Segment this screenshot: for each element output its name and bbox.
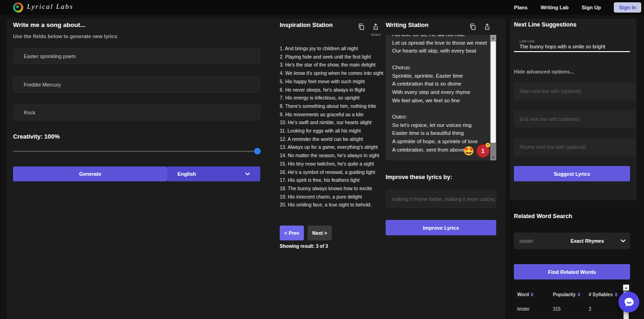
star-struck-emoji-icon[interactable]: 🤩 bbox=[463, 146, 474, 157]
chevron-down-icon bbox=[245, 173, 250, 176]
lyrics-line: Our hearts will skip, with every beat bbox=[392, 47, 496, 55]
improve-lyrics-button[interactable]: Improve Lyrics bbox=[386, 220, 496, 235]
lyrics-editor[interactable]: His love for us, He did not hideLet us s… bbox=[386, 35, 496, 160]
chat-bubble-icon[interactable] bbox=[618, 292, 639, 312]
rhyme-next-line-input[interactable] bbox=[514, 138, 636, 155]
lyrical-labs-app: Lyrical Labs Plans Writing Lab Sign Up S… bbox=[0, 0, 644, 319]
lyrics-line: Let us spread the love to those we meet bbox=[392, 39, 496, 47]
inspiration-line[interactable]: 1. And brings joy to children all night bbox=[280, 45, 384, 53]
inspiration-line[interactable]: 20. His smiling face, a true sight to be… bbox=[280, 201, 384, 209]
lyrics-line: A celebration that is so divine bbox=[392, 80, 496, 88]
top-bar: Lyrical Labs Plans Writing Lab Sign Up S… bbox=[0, 0, 644, 15]
showing-result-label: Showing result: 3 of 3 bbox=[280, 244, 328, 249]
lyrics-line: Sprinkle, sprinkle, Easter time bbox=[392, 72, 496, 80]
inspiration-line[interactable]: 18. The bunny always knows how to excite bbox=[280, 185, 384, 193]
inspiration-line[interactable]: 15. His tiny nose twitches, he's quite a… bbox=[280, 160, 384, 168]
lyrics-line: His love for us, He did not hide bbox=[392, 35, 496, 39]
rhyme-mode-select[interactable]: Exact Rhymes bbox=[571, 238, 621, 244]
copy-icon[interactable] bbox=[358, 23, 365, 31]
scroll-down-icon[interactable]: ▼ bbox=[490, 154, 496, 160]
inspiration-line[interactable]: 2. Playing hide and seek until the first… bbox=[280, 53, 384, 61]
lyrics-line: Easter time is a beautiful thing bbox=[392, 129, 496, 138]
genre-input[interactable] bbox=[13, 105, 260, 120]
language-select[interactable]: English bbox=[167, 166, 260, 181]
related-title: Related Word Search bbox=[514, 213, 572, 219]
reaction-count-badge[interactable]: 1 bbox=[476, 144, 490, 158]
table-cell-syllables: 2 bbox=[589, 306, 591, 312]
lyrics-text: His love for us, He did not hideLet us s… bbox=[392, 35, 496, 154]
inspiration-line[interactable]: 13. Always up for a game, everything's a… bbox=[280, 143, 384, 152]
topic-input[interactable] bbox=[13, 48, 260, 64]
suggestions-title: Next Line Suggestions bbox=[514, 21, 577, 28]
advanced-options-toggle[interactable]: Hide advanced options... bbox=[514, 69, 574, 74]
lyrics-scrollbar[interactable]: ▲ ▼ bbox=[490, 35, 496, 160]
inspiration-line[interactable]: 11. Looking for eggs with all his might bbox=[280, 127, 384, 135]
nav-writing-lab[interactable]: Writing Lab bbox=[540, 5, 568, 10]
generator-title: Write me a song about... bbox=[13, 21, 85, 28]
logo-icon bbox=[13, 2, 23, 13]
sort-icon[interactable] bbox=[531, 292, 533, 297]
inspiration-line[interactable]: 7. His energy is infectious, so upright bbox=[280, 94, 384, 102]
find-related-words-button[interactable]: Find Related Words bbox=[514, 264, 630, 279]
prev-button[interactable]: < Prev bbox=[280, 226, 304, 240]
inspiration-line[interactable]: 14. No matter the season, he's always in… bbox=[280, 152, 384, 160]
chevron-down-icon[interactable] bbox=[621, 239, 625, 243]
table-cell-popularity: 315 bbox=[553, 306, 561, 312]
inspiration-line[interactable]: 19. His innocent charm, a pure delight bbox=[280, 193, 384, 201]
main-nav: Plans Writing Lab Sign Up Sign In bbox=[514, 0, 641, 15]
sign-in-button[interactable]: Sign In bbox=[614, 2, 641, 13]
logo-text[interactable]: Lyrical Labs bbox=[27, 3, 73, 11]
related-search-row: easter Exact Rhymes bbox=[514, 233, 630, 249]
lyrics-line bbox=[392, 105, 496, 113]
scroll-up-icon[interactable]: ▲ bbox=[490, 35, 496, 41]
share-icon[interactable] bbox=[484, 23, 491, 31]
start-next-line-input[interactable] bbox=[514, 82, 636, 100]
share-icon[interactable] bbox=[372, 23, 380, 31]
creativity-slider-thumb[interactable] bbox=[254, 148, 261, 154]
table-header-syllables[interactable]: # Syllables bbox=[589, 292, 618, 297]
end-next-line-input[interactable] bbox=[514, 110, 636, 127]
next-button[interactable]: Next > bbox=[308, 226, 332, 240]
language-value: English bbox=[177, 171, 196, 177]
lyrics-line: Outro: bbox=[392, 113, 496, 121]
inspiration-line-list: 1. And brings joy to children all night2… bbox=[280, 45, 384, 209]
inspiration-line[interactable]: 10. He's swift and nimble, our hearts al… bbox=[280, 119, 384, 127]
sort-icon[interactable] bbox=[578, 292, 580, 297]
artist-input[interactable] bbox=[13, 76, 260, 93]
lyrics-line bbox=[392, 55, 496, 64]
inspiration-line[interactable]: 9. His movements as graceful as a kite bbox=[280, 111, 384, 119]
inspiration-line[interactable]: 8. There's something about him, nothing … bbox=[280, 102, 384, 111]
scroll-up-icon[interactable]: ▲ bbox=[623, 285, 629, 291]
copy-icon[interactable] bbox=[469, 23, 477, 31]
creativity-slider-track[interactable] bbox=[13, 151, 260, 152]
last-line-label: Last Line bbox=[519, 39, 534, 43]
generate-button[interactable]: Generate bbox=[13, 166, 167, 181]
inspiration-line[interactable]: 3. He's the star of the show, the main d… bbox=[280, 61, 384, 69]
table-header-word[interactable]: Word bbox=[517, 292, 533, 297]
nav-plans[interactable]: Plans bbox=[514, 5, 527, 10]
table-header-popularity[interactable]: Popularity bbox=[553, 292, 580, 297]
lyrics-line: We feel alive, we feel so fine bbox=[392, 97, 496, 105]
writing-title: Writing Station bbox=[386, 21, 428, 28]
scrollbar-thumb[interactable] bbox=[491, 41, 496, 143]
inspiration-line[interactable]: 12. A reminder the world can be alright bbox=[280, 135, 384, 144]
sort-icon[interactable] bbox=[615, 292, 618, 297]
inspiration-line[interactable]: 4. We know it's spring when he comes int… bbox=[280, 69, 384, 78]
creativity-label: Creativity: 100% bbox=[13, 133, 59, 140]
inspiration-line[interactable]: 16. He's a symbol of renewal, a guiding … bbox=[280, 168, 384, 177]
improve-input[interactable] bbox=[386, 190, 496, 208]
lyrics-line: With every step and every rhyme bbox=[392, 88, 496, 97]
inspiration-title: Inspiration Station bbox=[280, 21, 333, 28]
lyrics-line: So let's rejoice, let our voices ring bbox=[392, 121, 496, 130]
nav-sign-up[interactable]: Sign Up bbox=[582, 5, 601, 10]
inspiration-line[interactable]: 17. His spirit is free, his feathers lig… bbox=[280, 176, 384, 185]
lyrics-line: Chorus: bbox=[392, 64, 496, 72]
suggest-lyrics-button[interactable]: Suggest Lyrics bbox=[514, 166, 630, 181]
inspiration-line[interactable]: 5. His happy feet move with such might bbox=[280, 78, 384, 86]
reaction-row: 🤩 1 bbox=[463, 144, 490, 158]
inspiration-line[interactable]: 6. He never sleeps, he's always in fligh… bbox=[280, 86, 384, 94]
related-search-input[interactable]: easter bbox=[519, 238, 571, 244]
last-line-input[interactable] bbox=[514, 44, 630, 52]
table-cell-word: leister bbox=[517, 306, 530, 312]
share-label: Share bbox=[371, 33, 381, 37]
